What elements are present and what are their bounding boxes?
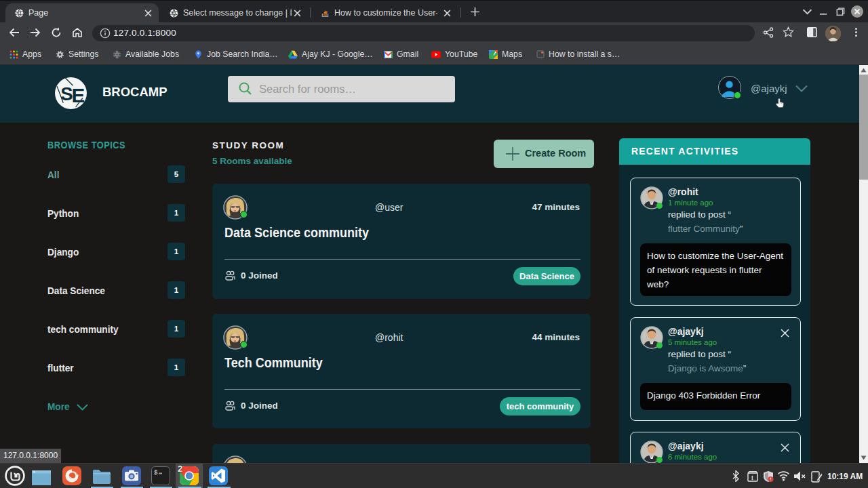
svg-text:E: E [72, 84, 85, 106]
svg-text:!: ! [751, 474, 753, 481]
svg-text:$: $ [154, 470, 158, 476]
